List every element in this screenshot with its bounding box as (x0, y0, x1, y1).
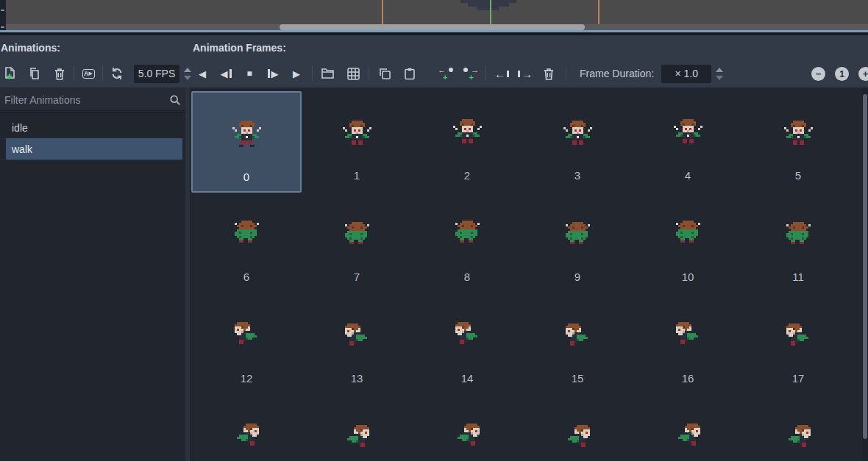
animations-toolbar: A▶ 5.0 FPS (0, 62, 191, 85)
duplicate-animation-button[interactable] (25, 64, 44, 83)
filter-row (0, 89, 185, 111)
frame-sprite-back (453, 221, 482, 245)
frame-cell-7[interactable]: 7 (302, 193, 412, 294)
frame-cell-10[interactable]: 10 (633, 193, 743, 294)
frame-cell-1[interactable]: 1 (302, 91, 412, 193)
fps-decrease-arrow[interactable] (184, 76, 191, 80)
frame-cell-4[interactable]: 4 (633, 91, 743, 193)
frame-index-label: 16 (633, 372, 743, 385)
frame-index-label: 2 (412, 169, 522, 182)
play-backwards-from-end-button[interactable]: ◀ (216, 64, 235, 83)
frame-duration-decrease-arrow[interactable] (716, 76, 723, 80)
stop-button[interactable]: ■ (240, 64, 259, 83)
frame-duration-label: Frame Duration: (580, 68, 654, 79)
panel-header-band: Animations: Animation Frames: (0, 35, 868, 87)
frame-cell-17[interactable]: 17 (743, 294, 853, 396)
frame-cell-5[interactable]: 5 (743, 91, 853, 193)
viewport-strip (0, 0, 868, 35)
frames-vscrollbar[interactable] (862, 87, 868, 461)
animation-item-idle[interactable]: idle (6, 117, 182, 138)
fps-increase-arrow[interactable] (184, 68, 191, 72)
frame-cell-11[interactable]: 11 (743, 193, 853, 294)
frame-cell-18[interactable]: 18 (191, 396, 302, 461)
frame-index-label: 6 (191, 271, 302, 283)
frames-vscrollbar-thumb[interactable] (863, 94, 867, 439)
frame-index-label: 0 (193, 171, 300, 183)
frame-cell-19[interactable]: 19 (302, 396, 412, 461)
frame-cell-6[interactable]: 6 (191, 193, 302, 294)
frame-sprite-side_left (453, 322, 482, 346)
frame-sprite-back (343, 222, 371, 246)
frame-index-label: 5 (743, 169, 853, 182)
zoom-out-button[interactable]: − (811, 67, 825, 81)
frame-cell-22[interactable]: 22 (633, 396, 743, 461)
frame-sprite-front (784, 121, 813, 147)
frame-index-label: 3 (522, 169, 633, 182)
frame-sprite-front (563, 121, 592, 147)
frame-cell-13[interactable]: 13 (302, 294, 412, 396)
frame-sprite-front (232, 121, 261, 147)
viewport-canvas (0, 0, 868, 24)
frame-cell-21[interactable]: 21 (522, 396, 633, 461)
frame-sprite-side_right (343, 425, 371, 449)
animation-item-walk[interactable]: walk (6, 138, 182, 160)
fps-spinbox[interactable]: 5.0 FPS (134, 65, 179, 83)
insert-before-button[interactable]: ← + (437, 64, 456, 83)
frame-cell-12[interactable]: 12 (191, 294, 302, 396)
frame-cell-9[interactable]: 9 (522, 193, 633, 294)
search-icon (169, 94, 181, 109)
frame-cell-8[interactable]: 8 (412, 193, 522, 294)
frame-index-label: 10 (633, 271, 743, 283)
animations-panel: idlewalk (0, 87, 185, 461)
frame-index-label: 17 (743, 372, 853, 385)
frame-duration-spinner[interactable] (716, 68, 723, 80)
zoom-in-button[interactable]: + (858, 67, 868, 81)
frame-cell-16[interactable]: 16 (633, 294, 743, 396)
delete-animation-button[interactable] (50, 64, 69, 83)
copy-frame-button[interactable] (375, 64, 394, 83)
frame-index-label: 9 (522, 271, 633, 283)
insert-after-button[interactable]: → + (460, 64, 480, 83)
frame-sprite-back (784, 222, 813, 246)
filter-animations-input[interactable] (0, 89, 185, 111)
frame-duration-spinbox[interactable]: × 1.0 (661, 65, 711, 83)
load-frames-from-file-button[interactable] (319, 64, 338, 83)
frame-duration-increase-arrow[interactable] (716, 68, 723, 72)
frame-sprite-side_right (674, 424, 702, 448)
frame-cell-2[interactable]: 2 (412, 91, 522, 193)
play-from-start-button[interactable]: ▶ (263, 64, 282, 83)
frame-sprite-side_right (563, 425, 592, 449)
frame-cell-3[interactable]: 3 (522, 91, 633, 193)
delete-frame-button[interactable] (539, 64, 558, 83)
frame-cell-23[interactable]: 23 (743, 396, 853, 461)
frame-index-label: 12 (191, 372, 302, 385)
play-backwards-button[interactable]: ◀ (193, 64, 212, 83)
animation-frames-title: Animation Frames: (193, 42, 286, 54)
frame-cell-20[interactable]: 20 (412, 396, 522, 461)
list-row-separator (0, 160, 185, 160)
frame-sprite-side_left (232, 322, 261, 346)
animations-title: Animations: (1, 42, 60, 54)
fps-spinner[interactable] (184, 68, 191, 80)
frame-sprite-side_left (784, 324, 813, 348)
add-frames-from-sprite-sheet-button[interactable] (344, 64, 363, 83)
frames-toolbar: ◀ ◀ ■ ▶ ▶ (193, 62, 723, 85)
frame-sprite-back (563, 222, 592, 246)
frame-index-label: 1 (302, 169, 412, 182)
paste-frame-button[interactable] (400, 64, 419, 83)
frame-sprite-front (343, 121, 371, 147)
viewport-ruler (0, 0, 6, 30)
loop-button[interactable] (107, 64, 127, 83)
move-right-button[interactable]: → (516, 64, 535, 83)
autoplay-on-start-button[interactable]: A▶ (79, 64, 98, 83)
frame-cell-15[interactable]: 15 (522, 294, 633, 396)
zoom-reset-button[interactable]: 1 (835, 67, 849, 81)
frame-cell-0[interactable]: 0 (191, 91, 302, 193)
frame-cell-14[interactable]: 14 (412, 294, 522, 396)
new-animation-button[interactable] (0, 64, 19, 83)
frame-sprite-side_right (232, 424, 261, 448)
viewport-hscrollbar[interactable] (6, 24, 868, 30)
play-button[interactable]: ▶ (287, 64, 306, 83)
move-left-button[interactable]: ← (492, 64, 511, 83)
viewport-hscrollbar-thumb[interactable] (280, 24, 585, 30)
